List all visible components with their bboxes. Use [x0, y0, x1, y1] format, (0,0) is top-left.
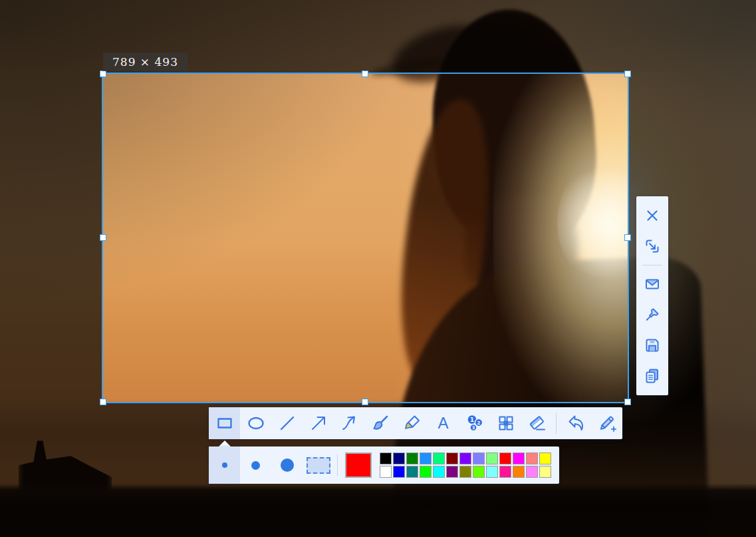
palette-swatch[interactable]: [459, 466, 471, 478]
palette-swatch[interactable]: [420, 466, 432, 478]
pencil-add-icon: [597, 413, 617, 433]
handle-middle-left[interactable]: [100, 234, 106, 241]
tool-line[interactable]: [271, 407, 303, 439]
fill-style-option[interactable]: [303, 447, 334, 484]
fullscreen-icon: [644, 238, 661, 255]
tool-arrow[interactable]: [303, 407, 334, 439]
color-palette: [380, 452, 551, 478]
thickness-large[interactable]: [271, 447, 303, 484]
palette-swatch[interactable]: [393, 466, 405, 478]
save-icon: [644, 337, 661, 354]
screenshot-capture-overlay: 789 × 493: [0, 0, 756, 537]
dashed-rectangle-icon: [307, 457, 330, 474]
copy-icon: [644, 367, 661, 385]
palette-swatch[interactable]: [406, 466, 418, 478]
medium-dot-icon: [251, 461, 260, 470]
marker-icon: [402, 413, 422, 433]
selection-size-badge: 789 × 493: [103, 53, 188, 71]
thickness-medium[interactable]: [240, 447, 271, 484]
palette-swatch[interactable]: [499, 452, 511, 464]
close-icon: [644, 207, 661, 224]
palette-swatch[interactable]: [406, 452, 418, 464]
tool-ellipse[interactable]: [240, 407, 271, 439]
options-bar: [209, 447, 559, 484]
handle-top-right[interactable]: [624, 71, 631, 77]
tool-eraser[interactable]: [521, 407, 553, 439]
toolbar-separator: [556, 413, 557, 434]
current-color-swatch[interactable]: [345, 452, 372, 478]
tool-rectangle[interactable]: [209, 407, 240, 439]
palette-swatch[interactable]: [513, 452, 525, 464]
tool-text[interactable]: A: [428, 407, 459, 439]
handle-top-center[interactable]: [362, 71, 368, 77]
palette-swatch[interactable]: [526, 466, 538, 478]
palette-swatch[interactable]: [486, 466, 498, 478]
palette-swatch[interactable]: [420, 452, 432, 464]
draw-toolbar: A 1 2 3: [209, 407, 622, 439]
svg-text:3: 3: [471, 425, 475, 431]
thickness-small[interactable]: [209, 447, 240, 484]
tool-undo[interactable]: [560, 407, 591, 439]
svg-text:1: 1: [470, 417, 474, 423]
palette-swatch[interactable]: [473, 452, 485, 464]
close-button[interactable]: [636, 200, 668, 231]
palette-swatch[interactable]: [499, 466, 511, 478]
ellipse-icon: [246, 413, 266, 433]
selection-size-label: 789 × 493: [112, 55, 178, 69]
options-separator: [337, 454, 338, 476]
fullscreen-button[interactable]: [636, 231, 668, 262]
line-icon: [277, 413, 297, 433]
tool-number-steps[interactable]: 1 2 3: [459, 407, 490, 439]
palette-swatch[interactable]: [526, 452, 538, 464]
text-tool-icon: A: [438, 415, 448, 431]
tool-marker[interactable]: [396, 407, 428, 439]
palette-swatch[interactable]: [473, 466, 485, 478]
palette-swatch[interactable]: [393, 452, 405, 464]
palette-swatch[interactable]: [539, 452, 551, 464]
palette-swatch[interactable]: [513, 466, 525, 478]
handle-top-left[interactable]: [100, 71, 106, 77]
palette-swatch[interactable]: [446, 452, 458, 464]
undo-icon: [566, 413, 586, 433]
palette-swatch[interactable]: [446, 466, 458, 478]
palette-swatch[interactable]: [539, 466, 551, 478]
svg-text:2: 2: [477, 421, 480, 426]
handle-middle-right[interactable]: [624, 234, 631, 241]
palette-swatch[interactable]: [380, 466, 392, 478]
palette-swatch[interactable]: [486, 452, 498, 464]
number-steps-icon: 1 2 3: [465, 413, 485, 433]
rectangle-icon: [215, 413, 235, 433]
action-panel: [636, 196, 668, 395]
tool-brush[interactable]: [365, 407, 396, 439]
small-dot-icon: [222, 462, 227, 468]
eraser-icon: [527, 413, 547, 433]
large-dot-icon: [281, 458, 294, 472]
save-button[interactable]: [636, 330, 668, 361]
handle-bottom-left[interactable]: [100, 399, 106, 405]
mail-icon: [644, 275, 661, 293]
mosaic-icon: [496, 413, 516, 433]
handle-bottom-right[interactable]: [624, 399, 631, 405]
pin-icon: [644, 306, 661, 323]
palette-swatch[interactable]: [433, 466, 445, 478]
tool-mosaic[interactable]: [490, 407, 521, 439]
curved-arrow-icon: [340, 413, 360, 433]
handle-bottom-center[interactable]: [362, 399, 368, 405]
selection-rectangle[interactable]: [102, 73, 629, 403]
copy-button[interactable]: [636, 361, 668, 391]
palette-swatch[interactable]: [380, 452, 392, 464]
arrow-icon: [309, 413, 328, 433]
send-mail-button[interactable]: [636, 269, 668, 299]
palette-swatch[interactable]: [433, 452, 445, 464]
pin-button[interactable]: [636, 299, 668, 330]
brush-icon: [371, 413, 391, 433]
panel-separator: [642, 265, 662, 266]
palette-swatch[interactable]: [459, 452, 471, 464]
tool-pencil-add[interactable]: [591, 407, 622, 439]
tool-curved-arrow[interactable]: [334, 407, 365, 439]
